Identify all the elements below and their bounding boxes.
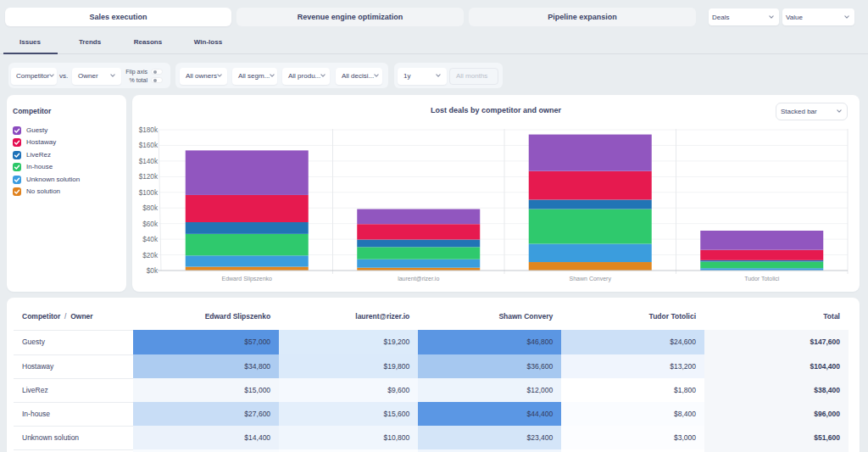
svg-text:$60k: $60k	[142, 220, 159, 228]
svg-text:$40k: $40k	[142, 236, 159, 243]
svg-text:$100k: $100k	[139, 189, 159, 197]
svg-text:$80k: $80k	[142, 204, 159, 212]
svg-text:$20k: $20k	[142, 252, 159, 259]
svg-text:$0k: $0k	[147, 267, 159, 275]
svg-text:$160k: $160k	[139, 142, 159, 149]
svg-text:laurent@rizer.io: laurent@rizer.io	[398, 276, 439, 282]
svg-text:$140k: $140k	[139, 158, 159, 165]
svg-text:Tudor Totolici: Tudor Totolici	[744, 276, 780, 282]
svg-text:Shawn Convery: Shawn Convery	[570, 276, 612, 282]
svg-text:Edward Slipszenko: Edward Slipszenko	[221, 276, 272, 282]
svg-text:$180k: $180k	[139, 126, 159, 134]
svg-text:$120k: $120k	[139, 173, 159, 181]
